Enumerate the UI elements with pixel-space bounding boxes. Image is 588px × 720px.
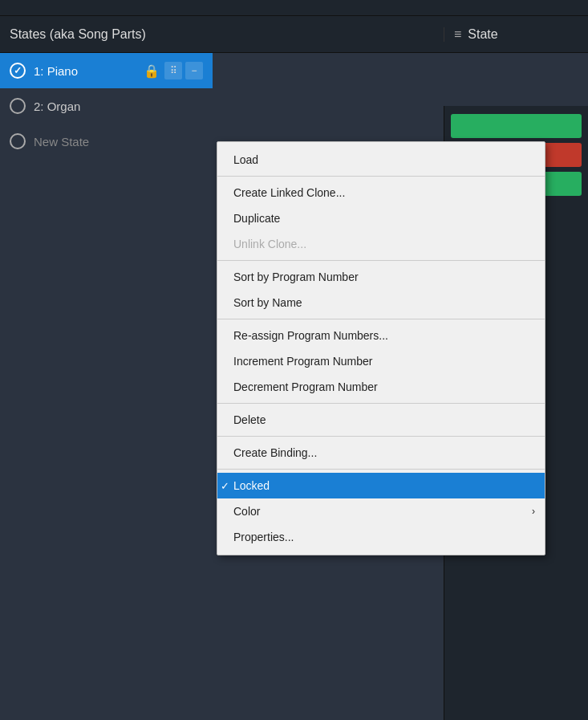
- menu-item-label-decrement-program-number: Decrement Program Number: [233, 380, 378, 393]
- menu-item-label-delete: Delete: [233, 413, 266, 426]
- menu-item-label-color: Color: [233, 505, 260, 518]
- radio-piano: [10, 63, 26, 79]
- state-item-piano[interactable]: 1: Piano 🔒 ⠿ −: [0, 53, 213, 88]
- menu-separator: [217, 319, 545, 319]
- menu-item-load[interactable]: Load: [217, 147, 545, 173]
- menu-item-delete[interactable]: Delete: [217, 407, 545, 433]
- menu-separator: [217, 403, 545, 404]
- state-item-new[interactable]: New State: [0, 124, 213, 159]
- menu-item-label-load: Load: [233, 153, 258, 166]
- states-title: States (aka Song Parts): [10, 27, 146, 42]
- menu-item-duplicate[interactable]: Duplicate: [217, 205, 545, 231]
- header-right: ≡ State: [444, 27, 588, 42]
- submenu-arrow-icon: ›: [532, 506, 535, 517]
- menu-item-color[interactable]: Color›: [217, 498, 545, 524]
- lock-icon: 🔒: [144, 63, 160, 79]
- grid-icon: ⠿: [170, 65, 177, 76]
- state-label-organ: 2: Organ: [34, 100, 80, 113]
- state-panel-title: State: [468, 27, 497, 42]
- radio-organ: [10, 98, 26, 114]
- menu-item-label-sort-by-program-number: Sort by Program Number: [233, 271, 359, 283]
- menu-item-label-reassign-program-numbers: Re-assign Program Numbers...: [233, 329, 388, 342]
- menu-item-label-locked: Locked: [233, 479, 270, 492]
- menu-item-unlink-clone: Unlink Clone...: [217, 231, 545, 257]
- header-left: States (aka Song Parts): [0, 27, 444, 42]
- menu-item-label-unlink-clone: Unlink Clone...: [233, 238, 306, 250]
- header-icons: ⠿ −: [164, 62, 203, 79]
- menu-item-reassign-program-numbers[interactable]: Re-assign Program Numbers...: [217, 323, 545, 348]
- menu-item-locked[interactable]: ✓Locked: [217, 473, 545, 498]
- menu-separator: [217, 176, 545, 177]
- menu-separator: [217, 260, 545, 261]
- menu-item-increment-program-number[interactable]: Increment Program Number: [217, 348, 545, 374]
- menu-item-properties[interactable]: Properties...: [217, 524, 545, 550]
- menu-item-create-linked-clone[interactable]: Create Linked Clone...: [217, 180, 545, 205]
- radio-new: [10, 133, 26, 149]
- menu-item-sort-by-program-number[interactable]: Sort by Program Number: [217, 264, 545, 290]
- menu-item-label-create-binding: Create Binding...: [233, 446, 317, 459]
- menu-item-decrement-program-number[interactable]: Decrement Program Number: [217, 374, 545, 400]
- hamburger-icon[interactable]: ≡: [454, 27, 461, 42]
- menu-item-label-create-linked-clone: Create Linked Clone...: [233, 186, 345, 199]
- menu-item-label-increment-program-number: Increment Program Number: [233, 355, 373, 368]
- state-item-organ[interactable]: 2: Organ: [0, 88, 213, 124]
- menu-item-label-properties: Properties...: [233, 531, 294, 543]
- header-row: States (aka Song Parts) ≡ State: [0, 16, 588, 53]
- state-label-new: New State: [34, 135, 89, 148]
- check-icon: ✓: [221, 480, 229, 492]
- menu-separator: [217, 469, 545, 470]
- menu-item-create-binding[interactable]: Create Binding...: [217, 440, 545, 466]
- main-layout: 1: Piano 🔒 ⠿ − 2: Organ New State: [0, 53, 588, 720]
- minus-icon-btn[interactable]: −: [185, 62, 203, 79]
- minus-icon: −: [191, 65, 197, 76]
- green-button-1[interactable]: [451, 114, 582, 138]
- menu-item-label-sort-by-name: Sort by Name: [233, 296, 302, 309]
- states-list: 1: Piano 🔒 ⠿ − 2: Organ New State: [0, 53, 213, 720]
- context-menu: LoadCreate Linked Clone...DuplicateUnlin…: [217, 141, 545, 555]
- menu-separator: [217, 436, 545, 437]
- top-bar: [0, 0, 588, 16]
- grid-icon-btn[interactable]: ⠿: [164, 62, 182, 79]
- state-label-piano: 1: Piano: [34, 64, 78, 78]
- menu-item-sort-by-name[interactable]: Sort by Name: [217, 290, 545, 315]
- menu-item-label-duplicate: Duplicate: [233, 212, 280, 225]
